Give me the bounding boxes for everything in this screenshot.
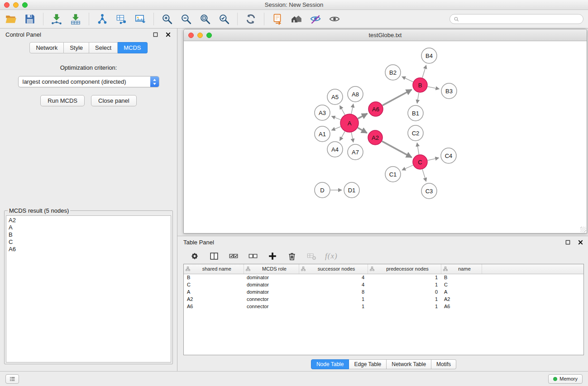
table-row[interactable]: A2connector11A2 — [184, 295, 583, 303]
node-A4[interactable]: A4 — [327, 142, 343, 157]
search-box[interactable] — [449, 14, 583, 24]
column-header-shared-name[interactable]: shared name — [184, 264, 244, 274]
mcds-result-item[interactable]: C — [9, 238, 168, 246]
network-window-titlebar[interactable]: testGlobe.txt — [184, 29, 587, 41]
node-D[interactable]: D — [315, 182, 330, 198]
edge-C-C1[interactable] — [402, 165, 413, 170]
tab-edge-table[interactable]: Edge Table — [349, 359, 387, 369]
edge-A2-C[interactable] — [382, 141, 412, 157]
zoom-out-button[interactable] — [177, 11, 195, 27]
task-history-button[interactable] — [5, 374, 19, 384]
node-C2[interactable]: C2 — [408, 125, 423, 141]
node-A3[interactable]: A3 — [315, 105, 330, 120]
edge-B-B1[interactable] — [417, 93, 419, 104]
column-header-successor-nodes[interactable]: successor nodes — [299, 264, 368, 274]
open-file-button[interactable] — [2, 11, 20, 27]
close-window-button[interactable] — [4, 2, 10, 8]
add-row-button[interactable] — [267, 250, 278, 262]
close-table-panel-button[interactable] — [577, 238, 584, 246]
edge-B-B4[interactable] — [422, 65, 426, 78]
open-session-button[interactable] — [268, 11, 287, 27]
mcds-result-list[interactable]: A2ABCA6 — [6, 215, 171, 362]
tab-network[interactable]: Network — [29, 42, 64, 53]
node-D1[interactable]: D1 — [344, 182, 359, 198]
edge-A-A6[interactable] — [358, 114, 368, 119]
delete-row-button[interactable] — [286, 250, 298, 262]
edge-A-A3[interactable] — [332, 116, 341, 120]
column-header-predecessor-nodes[interactable]: predecessor nodes — [368, 264, 441, 274]
edge-B-B2[interactable] — [402, 76, 413, 82]
node-A1[interactable]: A1 — [315, 126, 330, 142]
network-maximize-button[interactable] — [206, 33, 212, 38]
close-panel-button[interactable]: Close panel — [91, 95, 137, 106]
tab-select[interactable]: Select — [89, 42, 118, 53]
zoom-in-button[interactable] — [158, 11, 176, 27]
node-C[interactable]: C — [413, 155, 427, 169]
refresh-button[interactable] — [242, 11, 260, 27]
table-row[interactable]: Adominator80A — [184, 288, 583, 295]
mcds-result-item[interactable]: B — [9, 231, 168, 238]
node-C4[interactable]: C4 — [441, 148, 456, 163]
node-A8[interactable]: A8 — [348, 86, 363, 102]
columns-button[interactable] — [208, 250, 220, 262]
node-B[interactable]: B — [413, 78, 427, 92]
save-button[interactable] — [21, 11, 39, 27]
tab-network-table[interactable]: Network Table — [387, 359, 431, 369]
edge-A-A7[interactable] — [351, 133, 353, 143]
edge-A-A8[interactable] — [351, 104, 353, 114]
node-A[interactable]: A — [340, 114, 359, 132]
edge-B-B3[interactable] — [428, 86, 440, 89]
column-header-MCDS-role[interactable]: MCDS role — [244, 264, 299, 274]
run-mcds-button[interactable]: Run MCDS — [40, 95, 85, 106]
zoom-selected-button[interactable] — [215, 11, 233, 27]
show-hide-button[interactable] — [325, 11, 344, 27]
new-network-button[interactable] — [93, 11, 111, 27]
new-table-button[interactable] — [112, 11, 130, 27]
tab-node-table[interactable]: Node Table — [311, 359, 349, 369]
home-button[interactable] — [287, 11, 306, 27]
maximize-window-button[interactable] — [22, 2, 28, 8]
edge-A6-B[interactable] — [382, 90, 412, 105]
node-B1[interactable]: B1 — [408, 105, 423, 121]
node-B4[interactable]: B4 — [421, 48, 437, 63]
node-C1[interactable]: C1 — [385, 167, 401, 182]
mcds-result-item[interactable]: A — [9, 224, 168, 231]
zoom-fit-button[interactable] — [196, 11, 214, 27]
float-table-panel-button[interactable] — [564, 238, 571, 246]
export-image-button[interactable] — [131, 11, 149, 27]
criterion-dropdown[interactable]: largest connected component (directed) — [18, 76, 159, 87]
import-table-button[interactable] — [67, 11, 85, 27]
node-B2[interactable]: B2 — [385, 65, 401, 80]
gear-button[interactable] — [189, 250, 201, 262]
edge-A-A4[interactable] — [340, 131, 345, 140]
edge-C-C4[interactable] — [428, 158, 439, 161]
node-C3[interactable]: C3 — [421, 183, 437, 199]
node-A5[interactable]: A5 — [327, 89, 343, 105]
edge-A-A2[interactable] — [358, 128, 367, 133]
table-row[interactable]: A6connector11A6 — [184, 303, 583, 310]
select-all-button[interactable] — [228, 250, 239, 262]
edge-A-A1[interactable] — [331, 127, 340, 130]
network-canvas[interactable]: B4B2BB3A5A8A6A3B1AC2A1A2A4A7C4CC1DD1C3 — [184, 41, 587, 233]
mcds-result-item[interactable]: A2 — [9, 217, 168, 224]
deselect-all-button[interactable] — [247, 250, 259, 262]
resize-grip-icon[interactable] — [580, 227, 586, 233]
tab-style[interactable]: Style — [64, 42, 89, 53]
table-row[interactable]: Bdominator41B — [184, 274, 583, 281]
tab-mcds[interactable]: MCDS — [118, 42, 147, 53]
column-header-name[interactable]: name — [441, 264, 482, 274]
close-control-panel-button[interactable] — [164, 31, 172, 38]
table-row[interactable]: Cdominator41C — [184, 281, 583, 288]
tab-motifs[interactable]: Motifs — [431, 359, 456, 369]
node-A7[interactable]: A7 — [348, 144, 363, 160]
float-panel-button[interactable] — [152, 31, 159, 38]
network-graph[interactable]: B4B2BB3A5A8A6A3B1AC2A1A2A4A7C4CC1DD1C3 — [184, 41, 584, 233]
edge-C-C3[interactable] — [422, 169, 426, 181]
minimize-window-button[interactable] — [13, 2, 19, 8]
node-B3[interactable]: B3 — [441, 83, 457, 99]
network-close-button[interactable] — [188, 33, 194, 38]
node-A6[interactable]: A6 — [368, 102, 383, 116]
memory-button[interactable]: Memory — [548, 374, 583, 384]
edge-A-A5[interactable] — [340, 105, 345, 114]
edge-C-C2[interactable] — [417, 143, 419, 155]
